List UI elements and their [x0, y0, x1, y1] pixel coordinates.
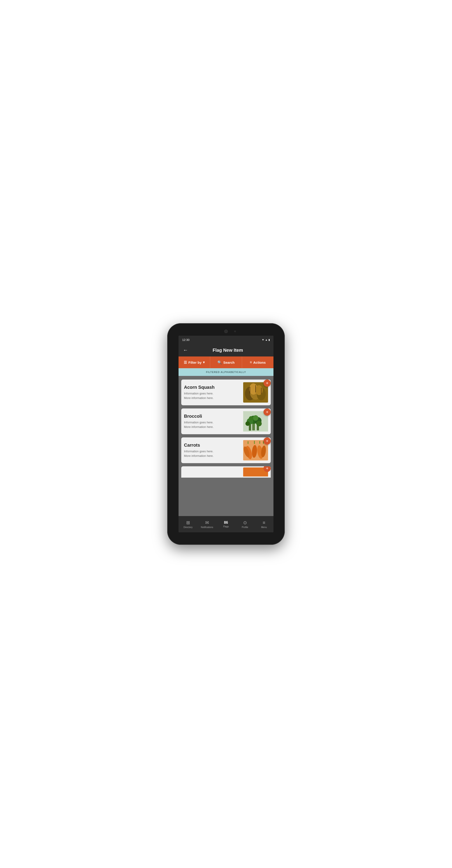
list-item: Carrots Information goes here. More info… — [181, 437, 271, 463]
item-name: Carrots — [184, 442, 240, 448]
actions-button[interactable]: ≡ Actions — [242, 356, 273, 368]
nav-label-profile: Profile — [242, 526, 248, 528]
filter-banner-text: FILTERED ALPHABETICALLY — [206, 371, 246, 373]
status-time: 12:30 — [182, 338, 190, 342]
filter-label: Filter by — [188, 361, 201, 364]
nav-item-directory[interactable]: ⊞ Directory — [179, 516, 197, 532]
back-button[interactable]: ← — [182, 346, 189, 354]
nav-item-profile[interactable]: ⊙ Profile — [235, 516, 255, 532]
app-header: ← Flag New Item — [179, 344, 273, 356]
item-image-wrap: + — [243, 440, 268, 460]
list-item: Broccoli Information goes here. More inf… — [181, 408, 271, 434]
menu-icon: ≡ — [263, 520, 265, 525]
svg-point-5 — [255, 385, 263, 395]
partial-add-button[interactable]: + — [263, 466, 271, 472]
wifi-icon: ▼ — [262, 338, 264, 341]
partial-image-wrap: + — [243, 467, 268, 476]
page-title: Flag New Item — [193, 348, 263, 353]
search-button[interactable]: 🔍 Search — [210, 356, 242, 368]
person-icon: ⊙ — [243, 520, 247, 525]
nav-item-menu[interactable]: ≡ Menu — [255, 516, 273, 532]
status-bar: 12:30 ▼ ▲ ▮ — [179, 336, 273, 344]
battery-icon: ▮ — [268, 338, 270, 341]
svg-rect-28 — [259, 441, 260, 444]
list-item: Acorn Squash Information goes here. More… — [181, 379, 271, 405]
search-label: Search — [223, 361, 234, 364]
item-desc-line2: More information here. — [184, 396, 240, 400]
add-carrots-button[interactable]: + — [263, 437, 271, 445]
item-desc-line1: Information goes here. — [184, 391, 240, 396]
grid-icon: ⊞ — [186, 520, 190, 525]
item-image-wrap: + — [243, 411, 268, 432]
back-arrow-icon: ← — [183, 347, 188, 353]
list-item-partial: + — [181, 466, 271, 477]
item-image-wrap: + — [243, 382, 268, 403]
item-info: Acorn Squash Information goes here. More… — [184, 385, 240, 400]
actions-icon: ≡ — [250, 360, 252, 364]
nav-label-flags: Flags — [223, 525, 229, 528]
envelope-icon: ✉ — [205, 520, 209, 525]
nav-label-notifications: Notifications — [201, 526, 213, 528]
svg-rect-27 — [254, 441, 255, 444]
phone-screen: 12:30 ▼ ▲ ▮ ← Flag New Item ☰ Filter by … — [179, 336, 273, 532]
svg-point-16 — [253, 415, 258, 421]
add-broccoli-button[interactable]: + — [263, 408, 271, 416]
item-desc-line2: More information here. — [184, 454, 240, 458]
svg-rect-26 — [248, 441, 248, 444]
search-icon: 🔍 — [218, 360, 222, 365]
phone-frame: 12:30 ▼ ▲ ▮ ← Flag New Item ☰ Filter by … — [167, 323, 285, 545]
nav-label-directory: Directory — [184, 526, 193, 528]
add-acorn-squash-button[interactable]: + — [263, 379, 271, 387]
item-desc-line1: Information goes here. — [184, 449, 240, 454]
bottom-nav: ⊞ Directory ✉ Notifications 86 Flags ⊙ P… — [179, 516, 273, 532]
item-desc-line2: More information here. — [184, 425, 240, 429]
signal-icon: ▲ — [265, 338, 267, 341]
svg-point-17 — [249, 416, 253, 421]
chevron-down-icon: ▾ — [203, 360, 205, 364]
flags-badge: 86 — [224, 521, 228, 525]
status-icons: ▼ ▲ ▮ — [262, 338, 270, 341]
item-name: Acorn Squash — [184, 385, 240, 390]
nav-item-notifications[interactable]: ✉ Notifications — [197, 516, 217, 532]
filter-by-button[interactable]: ☰ Filter by ▾ — [179, 356, 210, 368]
item-info: Broccoli Information goes here. More inf… — [184, 414, 240, 429]
nav-item-flags[interactable]: 86 Flags — [217, 516, 235, 532]
filter-icon: ☰ — [184, 360, 187, 365]
item-info: Carrots Information goes here. More info… — [184, 442, 240, 458]
filter-banner: FILTERED ALPHABETICALLY — [179, 368, 273, 376]
item-name: Broccoli — [184, 414, 240, 419]
content-area: Acorn Squash Information goes here. More… — [179, 376, 273, 516]
toolbar: ☰ Filter by ▾ 🔍 Search ≡ Actions — [179, 356, 273, 368]
actions-label: Actions — [253, 361, 265, 364]
item-desc-line1: Information goes here. — [184, 420, 240, 425]
svg-point-18 — [256, 421, 262, 426]
svg-point-19 — [246, 421, 250, 426]
nav-label-menu: Menu — [261, 526, 267, 528]
